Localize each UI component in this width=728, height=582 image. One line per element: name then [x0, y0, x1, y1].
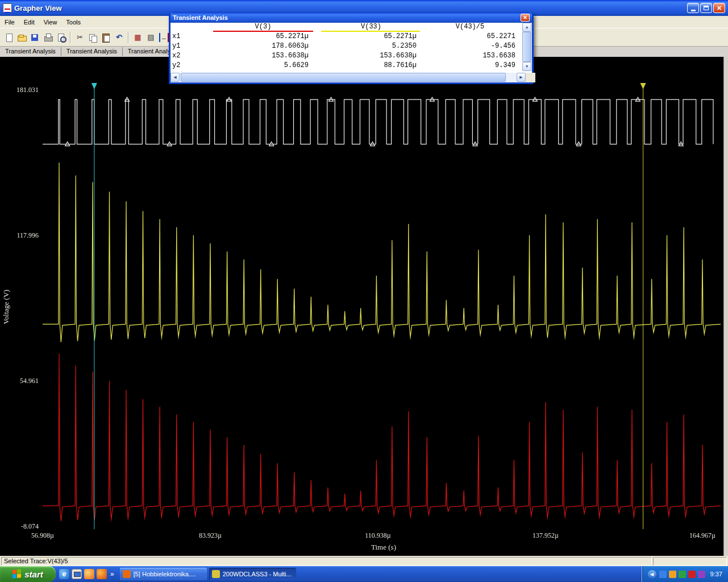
- cursor-value-cell: 88.7616µ: [315, 61, 423, 71]
- open-folder-button[interactable]: [15, 31, 28, 44]
- print-preview-button[interactable]: [55, 31, 68, 44]
- cursor-value-cell: 9.349: [423, 61, 522, 71]
- corner-cell: [170, 23, 183, 32]
- menu-tools[interactable]: Tools: [61, 17, 85, 27]
- antivirus-tray-icon[interactable]: [679, 571, 686, 578]
- x-tick-label: 164.967µ: [683, 531, 722, 540]
- media-player-icon[interactable]: [84, 569, 94, 579]
- copy-icon: [88, 33, 98, 42]
- menu-file[interactable]: File: [0, 17, 19, 27]
- paste-icon: [101, 33, 111, 42]
- security-tray-icon[interactable]: [688, 571, 696, 578]
- scroll-down-button[interactable]: ▼: [522, 62, 531, 71]
- grid-icon: [133, 33, 143, 42]
- app-icon: [3, 3, 12, 13]
- taskbar-task-1[interactable]: [5] Hobbielektronika....: [120, 568, 207, 580]
- task-icon: [212, 570, 220, 578]
- start-button[interactable]: start: [0, 566, 56, 582]
- scroll-left-button[interactable]: ◀: [170, 73, 180, 82]
- cursor-value-cell: 65.2271: [423, 32, 522, 42]
- menu-view[interactable]: View: [39, 17, 62, 27]
- start-button-label: start: [24, 569, 43, 579]
- firefox-icon[interactable]: [97, 569, 107, 579]
- column-header: V(33): [315, 23, 423, 32]
- column-header-label: V(43)/5: [420, 23, 520, 32]
- windows-logo-icon: [13, 569, 22, 579]
- grid-button[interactable]: [131, 31, 144, 44]
- cut-button[interactable]: [73, 31, 86, 44]
- hscroll-thumb[interactable]: [181, 73, 506, 82]
- volume-tray-icon[interactable]: [659, 571, 667, 578]
- internet-explorer-icon[interactable]: e: [59, 569, 69, 579]
- row-label-y2: y2: [170, 61, 183, 71]
- scroll-right-button[interactable]: ▶: [517, 73, 526, 82]
- cursor-window-hscrollbar[interactable]: ◀ ▶: [170, 73, 535, 82]
- x-tick-label: 137.952µ: [526, 531, 565, 540]
- paste-button[interactable]: [99, 31, 113, 44]
- copy-button[interactable]: [86, 31, 99, 44]
- cursors-icon: [159, 33, 169, 42]
- cursor-value-cell: -9.456: [423, 42, 522, 52]
- cursor-window-close-button[interactable]: ✕: [521, 14, 530, 22]
- toolbar-separator: [128, 32, 129, 43]
- cursor-value-cell: 153.6638µ: [315, 52, 423, 61]
- minimize-button[interactable]: [687, 3, 699, 13]
- selected-trace-text: Selected Trace:V(43)/5: [4, 558, 68, 564]
- cursor-value-cell: 153.6638: [423, 52, 522, 61]
- print-icon: [43, 33, 53, 42]
- y-tick-label: 181.031: [2, 86, 39, 94]
- y-axis-label: Voltage (V): [2, 281, 11, 332]
- taskbar-task-2[interactable]: 200WDCLASS3 - Multi...: [209, 568, 296, 580]
- legend-button[interactable]: [144, 31, 157, 44]
- column-header-label: V(33): [321, 23, 421, 32]
- save-icon: [30, 33, 40, 42]
- scroll-up-button[interactable]: ▲: [522, 23, 531, 32]
- undo-button[interactable]: [113, 31, 126, 44]
- messenger-tray-icon[interactable]: [698, 571, 705, 578]
- hide-tray-icons-chevron[interactable]: ◀: [648, 570, 656, 579]
- quick-launch-overflow-chevron[interactable]: »: [109, 570, 115, 578]
- save-button[interactable]: [28, 31, 41, 44]
- column-header-label: V(3): [213, 23, 313, 32]
- column-header: V(43)/5: [423, 23, 522, 32]
- vscroll-thumb[interactable]: [522, 32, 531, 62]
- cursor-value-cell: 65.2271µ: [183, 32, 315, 42]
- task-icon: [123, 570, 131, 578]
- menu-edit[interactable]: Edit: [19, 17, 39, 27]
- x-axis-label: Time (s): [350, 543, 418, 552]
- print-button[interactable]: [41, 31, 55, 44]
- status-bar: Selected Trace:V(43)/5: [0, 556, 728, 566]
- print-preview-icon: [56, 33, 66, 42]
- cursor-table: V(3)V(33)V(43)/5x165.2271µ65.2271µ65.227…: [170, 23, 532, 71]
- plot-scrollbar[interactable]: [723, 57, 728, 556]
- task-label: [5] Hobbielektronika....: [134, 571, 195, 577]
- new-document-button[interactable]: [2, 31, 15, 44]
- updates-tray-icon[interactable]: [669, 571, 676, 578]
- cursor-value-cell: 65.2271µ: [315, 32, 423, 42]
- cursor-value-cell: 5.2350: [315, 42, 423, 52]
- row-label-y1: y1: [170, 42, 183, 52]
- task-label: 200WDCLASS3 - Multi...: [223, 571, 292, 577]
- restore-button[interactable]: [700, 3, 712, 13]
- taskbar-clock: 9:37: [710, 571, 722, 577]
- show-desktop-icon[interactable]: [72, 569, 82, 579]
- system-tray: ◀ 9:37: [642, 566, 728, 582]
- cursor-value-cell: 153.6638µ: [183, 52, 315, 61]
- tab-transient-analysis-2[interactable]: Transient Analysis: [61, 47, 123, 56]
- y-tick-label: -8.074: [2, 522, 39, 531]
- open-folder-icon: [17, 33, 27, 42]
- tab-transient-analysis-1[interactable]: Transient Analysis: [0, 47, 61, 56]
- toolbar-separator: [70, 32, 71, 43]
- cursor-window-title-bar[interactable]: Transient Analysis ✕: [170, 13, 532, 23]
- cursor-window[interactable]: Transient Analysis ✕ V(3)V(33)V(43)/5x16…: [169, 13, 534, 84]
- close-button[interactable]: ✕: [713, 3, 725, 13]
- cursor-window-vscrollbar[interactable]: ▲ ▼: [522, 23, 532, 71]
- window-title: Grapher View: [14, 4, 687, 13]
- grapher-view-window: Grapher View ✕ FileEditViewTools Transie…: [0, 0, 728, 582]
- transient-analysis-chart[interactable]: [0, 57, 723, 556]
- column-header: V(3): [183, 23, 315, 32]
- x-tick-label: 56.908µ: [23, 531, 63, 540]
- new-document-icon: [4, 33, 14, 42]
- cut-icon: [75, 33, 85, 42]
- legend-icon: [146, 33, 156, 42]
